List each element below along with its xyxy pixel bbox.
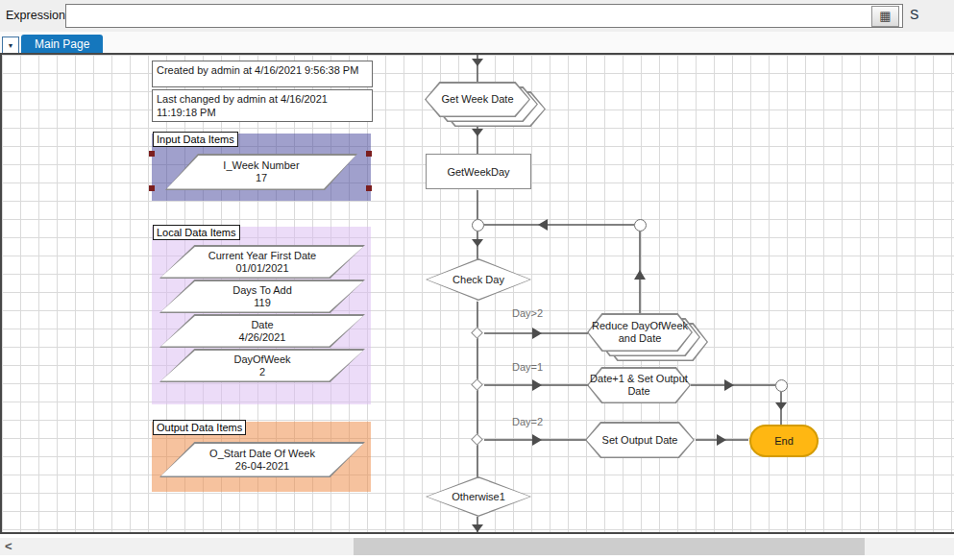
data-item-text: DayOfWeek 2 [159,349,365,382]
horizontal-scrollbar[interactable]: < [0,538,954,555]
stage-label: Set Output Date [585,422,695,458]
store-in-partial-label: S [910,7,918,22]
stage-label: Otherwise1 [426,476,531,517]
group-local-label: Local Data Items [153,225,240,240]
process-studio-window: Expression: ▦ S ▼ Main Page [0,0,954,560]
data-item-current-year-first-date[interactable]: Current Year First Date 01/01/2021 [159,245,365,279]
page-tab-bar: ▼ Main Page [0,32,954,55]
group-output-label: Output Data Items [153,420,246,435]
data-item-name: Current Year First Date [208,250,317,262]
stage-getweekday[interactable]: GetWeekDay [426,154,531,189]
data-item-date[interactable]: Date 4/26/2021 [159,314,365,348]
data-item-name: Date [251,319,273,331]
scroll-left-arrow-icon[interactable]: < [5,539,12,553]
data-item-value: 17 [256,172,267,184]
selection-handle[interactable] [149,151,155,157]
data-item-value: 2 [259,366,265,378]
selection-handle[interactable] [366,151,372,157]
data-item-name: O_Start Date Of Week [209,448,315,460]
group-input-label: Input Data Items [153,132,238,147]
note-created-by[interactable]: Created by admin at 4/16/2021 9:56:38 PM [152,61,373,87]
horizontal-scrollbar-thumb[interactable] [354,538,865,555]
data-item-text: O_Start Date Of Week 26-04-2021 [159,442,365,477]
stage-label: Get Week Date [425,82,530,117]
stage-set-output-date[interactable]: Set Output Date [585,422,695,458]
calculator-icon: ▦ [879,9,891,23]
calculator-button[interactable]: ▦ [871,6,899,27]
data-item-o-start-date-of-week[interactable]: O_Start Date Of Week 26-04-2021 [159,442,365,477]
data-item-i-week-number[interactable]: I_Week Number 17 [165,154,357,190]
data-item-text: Current Year First Date 01/01/2021 [159,245,365,279]
tab-main-page[interactable]: Main Page [21,35,103,55]
data-item-days-to-add[interactable]: Days To Add 119 [159,280,365,313]
expression-toolbar: Expression: ▦ S [0,0,954,32]
loop-junction[interactable] [634,219,647,231]
data-item-name: I_Week Number [223,159,299,172]
expression-input[interactable] [65,4,903,28]
data-item-name: DayOfWeek [233,353,290,366]
data-item-value: 26-04-2021 [235,460,289,473]
data-item-text: Days To Add 119 [159,280,365,313]
tab-list-dropdown-button[interactable]: ▼ [2,37,19,54]
data-item-dayofweek[interactable]: DayOfWeek 2 [159,349,365,382]
stage-check-day-decision[interactable]: Check Day [426,258,531,301]
selection-handle[interactable] [149,185,155,191]
note-last-changed[interactable]: Last changed by admin at 4/16/2021 11:19… [152,89,373,122]
data-item-value: 119 [254,297,271,309]
loop-junction[interactable] [775,379,788,392]
stage-label: Check Day [426,258,531,301]
expression-label: Expression: [6,9,68,22]
data-item-value: 4/26/2021 [239,331,286,344]
stage-end[interactable]: End [749,425,819,457]
selection-handle[interactable] [366,185,372,191]
process-canvas[interactable]: Created by admin at 4/16/2021 9:56:38 PM… [0,55,954,534]
data-item-text: I_Week Number 17 [165,154,357,190]
stage-label: Reduce DayOfWeek and Date [587,313,693,352]
stage-get-week-date[interactable]: Get Week Date [425,82,530,117]
branch-label-day-eq1: Day=1 [512,361,543,373]
stage-reduce-dayofweek[interactable]: Reduce DayOfWeek and Date [587,313,693,352]
data-item-text: Date 4/26/2021 [159,314,365,348]
chevron-down-icon: ▼ [8,42,14,49]
data-item-value: 01/01/2021 [235,262,288,275]
branch-label-day-gt2: Day>2 [512,307,543,319]
stage-otherwise1-decision[interactable]: Otherwise1 [426,476,531,517]
stage-label: Date+1 & Set Output Date [587,367,691,403]
loop-junction[interactable] [472,219,484,231]
data-item-name: Days To Add [232,284,292,297]
stage-date-plus-set-output[interactable]: Date+1 & Set Output Date [587,367,691,403]
branch-label-day-eq2: Day=2 [512,416,543,427]
